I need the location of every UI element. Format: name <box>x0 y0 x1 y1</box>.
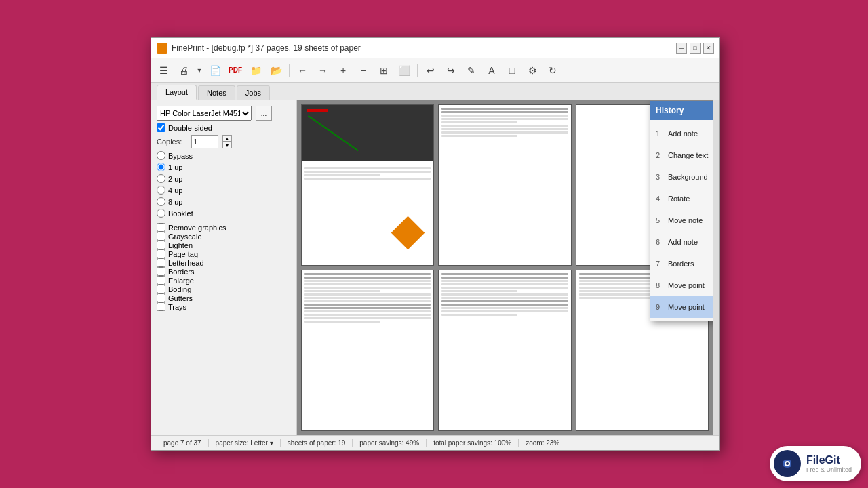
cursor-button[interactable]: ✎ <box>462 61 481 80</box>
grayscale-checkbox[interactable] <box>157 232 165 241</box>
view-button[interactable]: ⬜ <box>395 61 414 80</box>
page-thumb-4[interactable] <box>301 270 434 431</box>
redo-button[interactable]: ↪ <box>441 61 460 80</box>
filegit-name: FileGit <box>806 454 852 466</box>
desktop: FinePrint - [debug.fp *] 37 pages, 19 sh… <box>0 0 868 488</box>
history-row-4[interactable]: 4 Rotate 45° <box>650 188 713 209</box>
back-button[interactable]: ← <box>293 61 312 80</box>
text-button[interactable]: A <box>482 61 501 80</box>
lighten-checkbox[interactable] <box>157 241 165 249</box>
svg-point-2 <box>786 462 789 465</box>
undo-button[interactable]: ↩ <box>421 61 440 80</box>
status-bar: page 7 of 37 paper size: Letter ▾ sheets… <box>151 435 719 450</box>
grid-button[interactable]: ⊞ <box>374 61 393 80</box>
refresh-button[interactable]: ↻ <box>543 61 562 80</box>
scrollbar[interactable] <box>713 100 719 435</box>
separator2 <box>417 64 418 77</box>
settings-button[interactable]: ⚙ <box>523 61 542 80</box>
separator1 <box>289 64 290 77</box>
minimize-button[interactable]: ─ <box>676 43 687 54</box>
history-row-7[interactable]: 7 Borders <box>650 253 713 274</box>
copies-label: Copies: <box>157 138 187 146</box>
history-row-9[interactable]: 9 Move point (2551,1434) <box>650 296 713 318</box>
page-tag-checkbox[interactable] <box>157 249 165 258</box>
2up-label: 2 up <box>168 175 182 183</box>
status-paper-size[interactable]: paper size: Letter ▾ <box>209 439 281 447</box>
filegit-icon <box>774 450 801 477</box>
history-row-5[interactable]: 5 Move note (4074,3491) <box>650 209 713 231</box>
filegit-logo: FileGit Free & Unlimited <box>770 446 861 481</box>
gutters-checkbox[interactable] <box>157 293 165 302</box>
page-thumb-5[interactable] <box>438 270 571 431</box>
letterhead-checkbox[interactable] <box>157 258 165 267</box>
enlarge-checkbox[interactable] <box>157 276 165 285</box>
tab-layout[interactable]: Layout <box>157 85 197 100</box>
2up-row: 2 up <box>157 174 291 183</box>
page-thumb-1[interactable] <box>301 104 434 266</box>
pdf-button[interactable]: PDF <box>226 61 245 80</box>
print-dropdown-button[interactable]: ▼ <box>195 61 204 80</box>
status-zoom: zoom: 23% <box>519 439 566 447</box>
booklet-label: Booklet <box>168 209 193 218</box>
8up-radio[interactable] <box>157 197 165 206</box>
4up-radio[interactable] <box>157 186 165 195</box>
borders-checkbox[interactable] <box>157 267 165 276</box>
open-button[interactable]: 📁 <box>246 61 265 80</box>
trays-checkbox[interactable] <box>157 302 165 311</box>
menu-button[interactable]: ☰ <box>154 61 173 80</box>
printer-row: HP Color LaserJet M451dn ... <box>157 106 291 121</box>
bypass-radio[interactable] <box>157 151 165 160</box>
print-button[interactable]: 🖨 <box>174 61 193 80</box>
status-page: page 7 of 37 <box>157 439 209 447</box>
history-row-8[interactable]: 8 Move point (4061,3373) <box>650 274 713 296</box>
tab-notes[interactable]: Notes <box>198 85 235 100</box>
boding-checkbox[interactable] <box>157 285 165 293</box>
close-button[interactable]: ✕ <box>703 43 714 54</box>
history-row-1[interactable]: 1 Add note <box>650 123 713 144</box>
history-row-3[interactable]: 3 Background RGB(255,128,0) <box>650 166 713 188</box>
4up-label: 4 up <box>168 186 182 195</box>
8up-label: 8 up <box>168 198 182 206</box>
page-thumb-2[interactable] <box>438 104 571 266</box>
copies-spinner: ▲ ▼ <box>222 135 232 148</box>
remove-graphics-checkbox[interactable] <box>157 223 165 232</box>
history-dialog: History ✕ 1 Add note <box>650 100 713 321</box>
1up-radio[interactable] <box>157 163 165 171</box>
bypass-label: Bypass <box>168 152 193 160</box>
title-bar-left: FinePrint - [debug.fp *] 37 pages, 19 sh… <box>157 43 361 54</box>
printer-select[interactable]: HP Color LaserJet M451dn <box>157 106 252 121</box>
nav-tabs: Layout Notes Jobs <box>151 83 719 100</box>
history-title-bar: History ✕ <box>650 101 713 120</box>
printer-options-button[interactable]: ... <box>256 106 272 121</box>
filegit-sub: Free & Unlimited <box>806 466 852 473</box>
checkbox-group: Remove graphics Grayscale Lighten Page t… <box>157 223 291 311</box>
content-area: History ✕ 1 Add note <box>297 100 713 435</box>
rect-button[interactable]: □ <box>502 61 521 80</box>
copies-input[interactable] <box>191 135 218 148</box>
status-savings: paper savings: 49% <box>353 439 427 447</box>
app-icon <box>157 43 167 54</box>
booklet-row: Booklet <box>157 209 291 218</box>
copies-up-button[interactable]: ▲ <box>222 135 232 142</box>
copies-down-button[interactable]: ▼ <box>222 142 232 148</box>
history-row-6[interactable]: 6 Add note <box>650 231 713 253</box>
double-sided-label: Double-sided <box>168 124 212 132</box>
zoom-out-button[interactable]: − <box>354 61 373 80</box>
2up-radio[interactable] <box>157 174 165 183</box>
filegit-svg <box>778 454 797 473</box>
window-title: FinePrint - [debug.fp *] 37 pages, 19 sh… <box>172 43 361 53</box>
title-bar-controls: ─ □ ✕ <box>676 43 714 54</box>
booklet-radio[interactable] <box>157 209 165 218</box>
title-bar: FinePrint - [debug.fp *] 37 pages, 19 sh… <box>151 38 719 58</box>
restore-button[interactable]: □ <box>690 43 701 54</box>
save-button[interactable]: 📂 <box>267 61 285 80</box>
forward-button[interactable]: → <box>313 61 332 80</box>
history-list: 1 Add note 2 Change text <box>650 120 713 321</box>
history-row-2[interactable]: 2 Change text <box>650 144 713 166</box>
4up-row: 4 up <box>157 186 291 195</box>
tab-jobs[interactable]: Jobs <box>237 85 270 100</box>
zoom-in-button[interactable]: + <box>334 61 353 80</box>
double-sided-checkbox[interactable] <box>157 123 165 132</box>
new-button[interactable]: 📄 <box>205 61 224 80</box>
1up-row: 1 up <box>157 163 291 171</box>
